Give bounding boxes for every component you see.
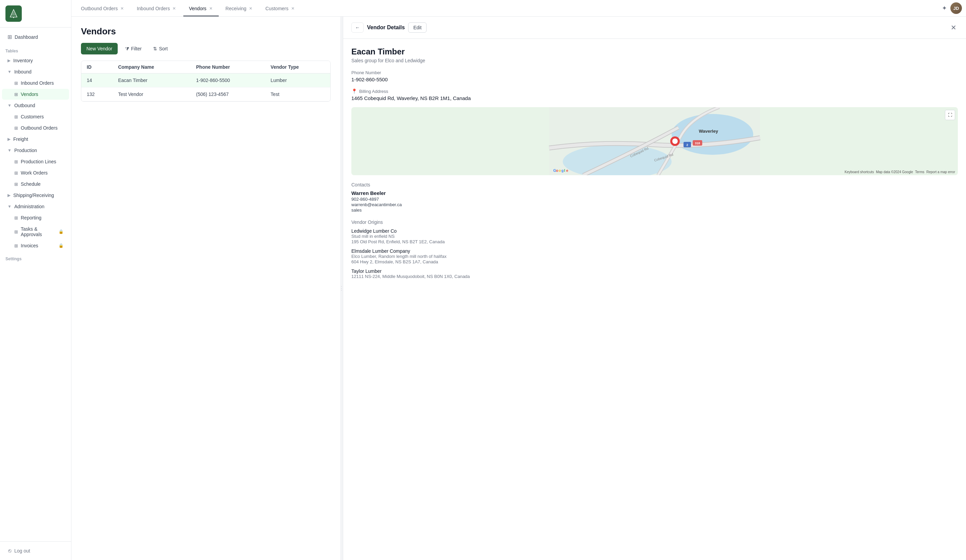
map-expand-button[interactable]: ⛶ [945, 110, 955, 120]
contact-phone: 902-860-4897 [352, 197, 958, 202]
sidebar-item-tasks-label: Tasks & Approvals [21, 226, 56, 237]
vendor-detail-panel: ← Vendor Details Edit ✕ Eacan Timber Sal… [343, 16, 966, 560]
origins-section: Vendor Origins Ledwidge Lumber Co Stud m… [352, 220, 958, 279]
sidebar-group-inbound-label: Inbound [14, 69, 32, 74]
col-vendor-type: Vendor Type [265, 61, 330, 74]
table-icon: ⊞ [14, 215, 18, 220]
cell-company-name: Eacan Timber [113, 74, 191, 87]
tab-customers[interactable]: Customers ✕ [260, 1, 301, 16]
tabs-bar: Outbound Orders ✕ Inbound Orders ✕ Vendo… [71, 0, 966, 16]
sidebar-group-inventory[interactable]: ▶ Inventory [2, 55, 69, 66]
user-avatar[interactable]: JD [950, 2, 962, 14]
sidebar-item-customers[interactable]: ⊞ Customers [2, 111, 69, 122]
svg-text:Waverley: Waverley [699, 129, 718, 134]
sidebar-item-schedule[interactable]: ⊞ Schedule [2, 179, 69, 189]
sidebar-group-inbound[interactable]: ▼ Inbound [2, 66, 69, 77]
sidebar-item-outbound-orders[interactable]: ⊞ Outbound Orders [2, 123, 69, 133]
svg-point-5 [672, 114, 753, 155]
sidebar-group-production[interactable]: ▼ Production [2, 145, 69, 156]
sidebar-group-freight[interactable]: ▶ Freight [2, 134, 69, 145]
tab-close-inbound-orders[interactable]: ✕ [172, 5, 177, 11]
tab-close-customers[interactable]: ✕ [291, 5, 295, 11]
phone-value: 1-902-860-5500 [352, 77, 958, 82]
keyboard-shortcuts-link[interactable]: Keyboard shortcuts [844, 170, 874, 174]
sidebar-group-administration[interactable]: ▼ Administration [2, 201, 69, 212]
chevron-down-icon-3: ▼ [8, 148, 12, 153]
logo-icon [5, 5, 22, 22]
sort-button[interactable]: ⇅ Sort [149, 43, 172, 54]
tab-close-outbound-orders[interactable]: ✕ [120, 5, 125, 11]
table-icon: ⊞ [14, 92, 18, 97]
filter-button[interactable]: ⧩ Filter [121, 43, 146, 54]
sidebar-item-reporting[interactable]: ⊞ Reporting [2, 212, 69, 223]
tab-customers-label: Customers [265, 6, 288, 11]
filter-icon: ⧩ [125, 46, 129, 52]
origin-item-1: Ledwidge Lumber Co Stud mill in enfield … [352, 228, 958, 244]
sidebar-item-production-lines-label: Production Lines [21, 159, 56, 164]
origin-desc-2: Elco Lumber, Random length mill north of… [352, 254, 958, 259]
table-row[interactable]: 14 Eacan Timber 1-902-860-5500 Lumber [81, 74, 330, 87]
tab-inbound-orders[interactable]: Inbound Orders ✕ [131, 1, 182, 16]
tab-receiving[interactable]: Receiving ✕ [220, 1, 258, 16]
sidebar-group-shipping[interactable]: ▶ Shipping/Receiving [2, 190, 69, 201]
table-body: 14 Eacan Timber 1-902-860-5500 Lumber 13… [81, 74, 330, 102]
sidebar-group-outbound[interactable]: ▼ Outbound [2, 100, 69, 111]
sidebar-item-reporting-label: Reporting [21, 215, 41, 220]
tab-close-receiving[interactable]: ✕ [248, 5, 253, 11]
detail-close-button[interactable]: ✕ [950, 22, 958, 33]
sidebar-group-production-label: Production [14, 148, 37, 153]
vendor-subtitle: Sales group for Elco and Ledwidge [352, 58, 958, 63]
chevron-down-icon-2: ▼ [8, 103, 12, 108]
report-map-error-link[interactable]: Report a map error [927, 170, 955, 174]
sidebar-item-customers-label: Customers [21, 114, 44, 120]
edit-button[interactable]: Edit [408, 23, 427, 33]
tab-vendors[interactable]: Vendors ✕ [183, 1, 219, 16]
theme-toggle-icon[interactable]: ✦ [942, 5, 947, 12]
sidebar-nav: ⊞ Dashboard Tables ▶ Inventory ▼ Inbound… [0, 28, 71, 541]
terms-link[interactable]: Terms [915, 170, 924, 174]
back-button[interactable]: ← [352, 23, 364, 33]
sidebar-item-work-orders-label: Work Orders [21, 170, 48, 176]
toolbar: New Vendor ⧩ Filter ⇅ Sort [81, 43, 330, 54]
logout-label: Log out [14, 548, 30, 553]
origin-addr-3: 12111 NS-224, Middle Musquodoboit, NS B0… [352, 274, 958, 279]
billing-address: 1465 Cobequid Rd, Waverley, NS B2R 1M1, … [352, 95, 958, 101]
resize-handle[interactable]: ⋮ [340, 16, 343, 560]
pin-icon: 📍 [352, 89, 357, 94]
tab-close-vendors[interactable]: ✕ [209, 5, 213, 11]
tab-outbound-orders[interactable]: Outbound Orders ✕ [76, 1, 130, 16]
table-icon: ⊞ [14, 182, 18, 187]
sidebar-group-freight-label: Freight [13, 136, 28, 142]
filter-label: Filter [131, 46, 141, 51]
table-row[interactable]: 132 Test Vendor (506) 123-4567 Test [81, 87, 330, 102]
sidebar-item-invoices[interactable]: ⊞ Invoices 🔒 [2, 240, 69, 251]
svg-text:e: e [566, 168, 568, 172]
tab-outbound-orders-label: Outbound Orders [81, 6, 118, 11]
svg-text:318: 318 [695, 141, 700, 145]
origin-addr-1: 195 Old Post Rd, Enfield, NS B2T 1E2, Ca… [352, 239, 958, 244]
sidebar-item-production-lines[interactable]: ⊞ Production Lines [2, 156, 69, 167]
sidebar-group-administration-label: Administration [14, 204, 44, 209]
sidebar-item-invoices-label: Invoices [21, 243, 38, 248]
new-vendor-button[interactable]: New Vendor [81, 43, 118, 54]
sidebar-item-inbound-orders-label: Inbound Orders [21, 80, 54, 86]
sort-icon: ⇅ [153, 46, 157, 51]
sidebar-item-inbound-orders[interactable]: ⊞ Inbound Orders [2, 77, 69, 89]
sidebar-group-outbound-label: Outbound [14, 103, 35, 108]
vendors-table-wrapper: ID Company Name Phone Number Vendor Type… [81, 61, 330, 102]
sidebar-item-dashboard[interactable]: ⊞ Dashboard [2, 31, 69, 43]
sidebar-item-tasks[interactable]: ⊞ Tasks & Approvals 🔒 [2, 223, 69, 240]
cell-vendor-type: Lumber [265, 74, 330, 87]
vendors-table: ID Company Name Phone Number Vendor Type… [81, 61, 330, 102]
logout-button[interactable]: ⎋ Log out [5, 546, 66, 556]
tab-inbound-orders-label: Inbound Orders [137, 6, 170, 11]
sidebar-item-work-orders[interactable]: ⊞ Work Orders [2, 168, 69, 178]
table-icon: ⊞ [14, 80, 18, 86]
contact-email: warrenb@eacantimber.ca [352, 202, 958, 207]
billing-label: Billing Address [359, 89, 388, 94]
contacts-section: Contacts Warren Beeler 902-860-4897 warr… [352, 182, 958, 213]
svg-text:l: l [564, 168, 565, 172]
origins-label: Vendor Origins [352, 220, 958, 225]
sidebar-item-vendors[interactable]: ⊞ Vendors [2, 89, 69, 100]
sidebar-dashboard-label: Dashboard [15, 34, 38, 40]
